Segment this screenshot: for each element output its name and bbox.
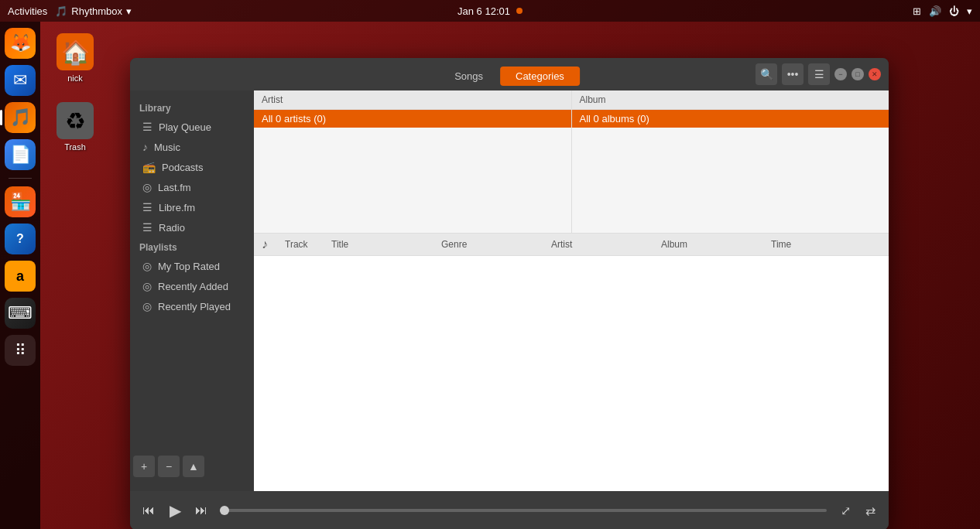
library-section-label: Library — [130, 98, 254, 117]
notification-dot — [516, 8, 523, 14]
album-column-header: Album — [572, 90, 889, 110]
dock-item-mail[interactable]: ✉ — [5, 65, 36, 96]
title-col-header: Title — [331, 239, 441, 250]
network-icon: ⊞ — [913, 5, 921, 17]
chevron-down-icon-right: ▾ — [967, 5, 972, 17]
lastfm-icon: ◎ — [142, 181, 152, 193]
dock-item-help[interactable]: ? — [5, 224, 36, 254]
trash-icon-label: Trash — [64, 142, 86, 152]
sidebar-label-podcasts: Podcasts — [162, 162, 203, 173]
sidebar-label-lastfm: Last.fm — [158, 182, 191, 193]
remove-playlist-button[interactable]: − — [158, 456, 180, 477]
window-body: Library ☰ Play Queue ♪ Music 📻 Podcasts … — [130, 90, 889, 491]
sidebar-item-podcasts[interactable]: 📻 Podcasts — [133, 157, 251, 177]
dock-item-docs[interactable]: 📄 — [5, 139, 36, 170]
sidebar-label-radio: Radio — [159, 222, 185, 234]
maximize-button[interactable]: □ — [852, 68, 864, 80]
tab-songs[interactable]: Songs — [439, 67, 499, 86]
activities-button[interactable]: Activities — [8, 5, 47, 17]
player-extra-actions: ⤢ ⇄ — [834, 500, 881, 521]
volume-icon: 🔊 — [929, 5, 941, 17]
all-artists-item[interactable]: All 0 artists (0) — [254, 110, 571, 128]
previous-button[interactable]: ⏮ — [138, 500, 159, 521]
player-controls: ⏮ ▶ ⏭ — [138, 500, 212, 521]
sidebar-label-recently-added: Recently Added — [158, 281, 228, 292]
podcasts-icon: 📻 — [142, 161, 156, 173]
power-icon: ⏻ — [949, 5, 959, 17]
progress-knob[interactable] — [220, 506, 229, 515]
time-col-header: Time — [771, 239, 881, 250]
artist-col-header: Artist — [551, 239, 661, 250]
sidebar-label-music: Music — [154, 142, 180, 153]
title-bar-actions: 🔍 ••• ☰ − □ ✕ — [756, 63, 881, 85]
track-list-header: ♪ Track Title Genre Artist Album Time — [254, 234, 889, 256]
dock-item-rhythmbox[interactable]: 🎵 — [5, 102, 36, 133]
player-bar: ⏮ ▶ ⏭ ⤢ ⇄ — [130, 491, 889, 529]
progress-bar[interactable] — [220, 509, 827, 512]
more-button[interactable]: ••• — [782, 63, 804, 85]
track-list: ♪ Track Title Genre Artist Album Time — [254, 234, 889, 491]
sidebar-item-recently-played[interactable]: ◎ Recently Played — [133, 296, 251, 316]
top-rated-icon: ◎ — [142, 260, 152, 272]
sidebar-label-recently-played: Recently Played — [158, 301, 231, 312]
home-icon: 🏠 — [57, 33, 94, 70]
sidebar-item-music[interactable]: ♪ Music — [133, 137, 251, 157]
app-name: Rhythmbox — [71, 5, 122, 17]
sidebar-item-lastfm[interactable]: ◎ Last.fm — [133, 177, 251, 197]
dock-item-appstore[interactable]: 🏪 — [5, 186, 36, 217]
minimize-button[interactable]: − — [834, 68, 847, 80]
app-indicator[interactable]: 🎵 Rhythmbox ▾ — [55, 5, 132, 17]
sidebar-item-radio[interactable]: ☰ Radio — [133, 217, 251, 237]
main-window: Songs Categories 🔍 ••• ☰ − □ ✕ Library ☰… — [130, 58, 889, 529]
all-albums-item[interactable]: All 0 albums (0) — [572, 110, 889, 128]
tab-bar: Songs Categories — [439, 67, 580, 86]
dock-item-amazon[interactable]: a — [5, 261, 36, 292]
tab-categories[interactable]: Categories — [500, 67, 580, 86]
top-bar-center: Jan 6 12:01 — [457, 5, 523, 17]
playlists-section-label: Playlists — [130, 237, 254, 256]
top-bar-right: ⊞ 🔊 ⏻ ▾ — [913, 5, 972, 17]
chevron-down-icon: ▾ — [126, 5, 132, 17]
dock-item-apps[interactable]: ⠿ — [5, 335, 36, 366]
librefm-icon: ☰ — [142, 201, 152, 213]
top-bar-left: Activities 🎵 Rhythmbox ▾ — [8, 5, 132, 17]
dock: 🦊 ✉ 🎵 📄 🏪 ? a ⌨ ⠿ — [0, 22, 40, 529]
main-content: Artist All 0 artists (0) Album All 0 alb… — [254, 90, 889, 491]
recently-played-icon: ◎ — [142, 300, 152, 312]
view-button[interactable]: ⤢ — [834, 500, 856, 521]
artist-browser-column: Artist All 0 artists (0) — [254, 90, 572, 233]
progress-area — [220, 509, 827, 512]
sidebar-label-play-queue: Play Queue — [159, 121, 211, 133]
sidebar-label-top-rated: My Top Rated — [158, 261, 220, 272]
title-bar: Songs Categories 🔍 ••• ☰ − □ ✕ — [130, 58, 889, 90]
sidebar-item-recently-added[interactable]: ◎ Recently Added — [133, 276, 251, 296]
dock-item-terminal[interactable]: ⌨ — [5, 298, 36, 329]
top-bar: Activities 🎵 Rhythmbox ▾ Jan 6 12:01 ⊞ 🔊… — [0, 0, 980, 22]
search-button[interactable]: 🔍 — [756, 63, 777, 85]
radio-icon: ☰ — [142, 221, 152, 234]
close-button[interactable]: ✕ — [869, 68, 881, 80]
sidebar-item-librefm[interactable]: ☰ Libre.fm — [133, 197, 251, 217]
dock-item-firefox[interactable]: 🦊 — [5, 28, 36, 59]
genre-col-header: Genre — [441, 239, 551, 250]
options-playlist-button[interactable]: ▲ — [183, 456, 204, 477]
sidebar-bottom-actions: + − ▲ — [130, 449, 254, 483]
sidebar-item-play-queue[interactable]: ☰ Play Queue — [133, 117, 251, 137]
recently-added-icon: ◎ — [142, 280, 152, 292]
trash-icon: ♻ — [57, 102, 94, 139]
shuffle-button[interactable]: ⇄ — [859, 500, 881, 521]
rhythmbox-icon: 🎵 — [55, 5, 67, 17]
desktop-icon-trash[interactable]: ♻ Trash — [53, 98, 98, 155]
desktop-icon-home[interactable]: 🏠 nick — [53, 29, 98, 87]
datetime: Jan 6 12:01 — [457, 5, 510, 17]
track-col-header: Track — [285, 239, 331, 250]
play-button[interactable]: ▶ — [164, 500, 186, 521]
sidebar-item-top-rated[interactable]: ◎ My Top Rated — [133, 256, 251, 276]
dock-separator — [9, 178, 32, 179]
menu-button[interactable]: ☰ — [808, 63, 830, 85]
album-browser-column: Album All 0 albums (0) — [572, 90, 889, 233]
album-col-header: Album — [661, 239, 771, 250]
next-button[interactable]: ⏭ — [190, 500, 212, 521]
sidebar-label-librefm: Libre.fm — [159, 202, 195, 213]
add-playlist-button[interactable]: + — [133, 456, 155, 477]
